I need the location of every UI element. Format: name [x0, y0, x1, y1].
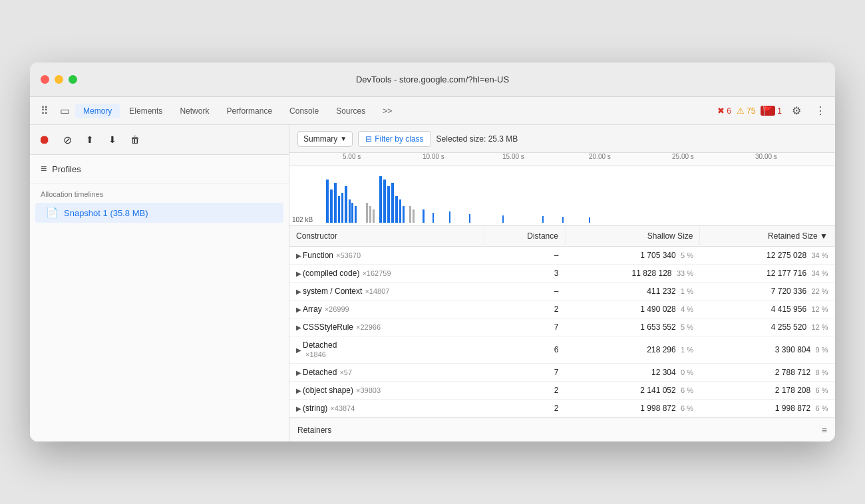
panel-toolbar: Summary ▼ ⊟ Filter by class Selected siz… — [289, 125, 835, 153]
expand-icon[interactable]: ▶ — [296, 324, 301, 331]
window-title: DevTools - store.google.com/?hl=en-US — [356, 74, 509, 84]
error-badge[interactable]: ✖ 6 — [717, 106, 731, 116]
record-button[interactable]: ⏺ — [35, 130, 54, 149]
expand-icon[interactable]: ▶ — [296, 252, 301, 259]
col-shallow[interactable]: Shallow Size — [565, 226, 700, 247]
grid-icon[interactable]: ⠿ — [35, 102, 54, 120]
shallow-pct: 5 % — [681, 323, 693, 331]
svg-rect-9 — [366, 203, 368, 223]
cell-retained: 3 390 804 9 % — [700, 336, 835, 364]
cell-constructor: ▶ (object shape) ×39803 — [289, 382, 484, 400]
cell-retained: 12 177 716 34 % — [700, 265, 835, 283]
svg-rect-24 — [469, 214, 470, 223]
svg-rect-21 — [423, 209, 425, 223]
cell-distance: 7 — [484, 364, 566, 382]
constructor-name: Function — [303, 251, 333, 260]
expand-icon[interactable]: ▶ — [296, 405, 301, 412]
load-button[interactable]: ⬆ — [81, 130, 99, 149]
cell-distance: 7 — [484, 318, 566, 336]
filter-button[interactable]: ⊟ Filter by class — [358, 131, 431, 147]
cell-retained: 7 720 336 22 % — [700, 283, 835, 301]
dropdown-icon: ▼ — [340, 135, 347, 142]
data-table-container[interactable]: Constructor Distance Shallow Size Retain… — [289, 226, 835, 418]
cell-shallow: 2 141 052 6 % — [565, 382, 700, 400]
retainers-menu-icon: ≡ — [822, 425, 827, 436]
table-row[interactable]: ▶ (string) ×43874 2 1 998 872 6 % 1 998 … — [289, 400, 835, 418]
cell-retained: 12 275 028 34 % — [700, 247, 835, 265]
close-button[interactable] — [41, 75, 49, 84]
svg-rect-18 — [403, 206, 405, 223]
svg-rect-28 — [589, 217, 590, 223]
tick-20s: 20.00 s — [589, 153, 611, 160]
snapshot-icon: 📄 — [46, 207, 59, 219]
expand-icon[interactable]: ▶ — [296, 387, 301, 394]
cell-shallow: 12 304 0 % — [565, 364, 700, 382]
summary-label: Summary — [303, 134, 337, 144]
snapshot-item[interactable]: 📄 Snapshot 1 (35.8 MB) — [35, 203, 283, 223]
tick-5s: 5.00 s — [343, 153, 361, 160]
expand-icon[interactable]: ▶ — [296, 306, 301, 313]
tab-performance[interactable]: Performance — [218, 104, 280, 118]
tick-30s: 30.00 s — [755, 153, 777, 160]
cell-retained: 2 788 712 8 % — [700, 364, 835, 382]
timeline-panel: 5.00 s 10.00 s 15.00 s 20.00 s 25.00 s 3… — [289, 153, 835, 226]
expand-icon[interactable]: ▶ — [296, 288, 301, 295]
more-tabs-button[interactable]: >> — [375, 104, 400, 118]
expand-icon[interactable]: ▶ — [296, 346, 301, 354]
table-row[interactable]: ▶ Function ×53670 – 1 705 340 5 % 12 275… — [289, 247, 835, 265]
warn-icon: ⚠ — [737, 106, 745, 116]
error-count: 6 — [727, 106, 731, 116]
save-button[interactable]: ⬇ — [103, 130, 122, 149]
cell-constructor: ▶ system / Context ×14807 — [289, 283, 484, 301]
collect-button[interactable]: 🗑 — [126, 130, 144, 149]
warn-count: 75 — [747, 106, 755, 116]
memory-actions: ⏺ ⊘ ⬆ ⬇ 🗑 — [30, 125, 289, 155]
table-row[interactable]: ▶ Detached ×57 7 12 304 0 % 2 788 712 8 … — [289, 364, 835, 382]
retained-pct: 22 % — [811, 287, 828, 295]
col-constructor[interactable]: Constructor — [289, 226, 484, 247]
cell-shallow: 1 998 872 6 % — [565, 400, 700, 418]
table-row[interactable]: ▶ (object shape) ×39803 2 2 141 052 6 % … — [289, 382, 835, 400]
tab-memory[interactable]: Memory — [75, 104, 120, 118]
tab-sources[interactable]: Sources — [328, 104, 373, 118]
constructor-name: system / Context — [303, 287, 362, 296]
error-icon: ✖ — [717, 106, 725, 116]
tab-network[interactable]: Network — [172, 104, 217, 118]
retained-pct: 9 % — [816, 346, 828, 354]
svg-rect-5 — [345, 186, 347, 223]
settings-button[interactable]: ⚙ — [787, 102, 806, 120]
expand-icon[interactable]: ▶ — [296, 369, 301, 376]
cell-constructor: ▶ Detached ×57 — [289, 364, 484, 382]
cell-shallow: 1 653 552 5 % — [565, 318, 700, 336]
svg-rect-22 — [432, 213, 434, 223]
tab-elements[interactable]: Elements — [121, 104, 170, 118]
table-row[interactable]: ▶ CSSStyleRule ×22966 7 1 653 552 5 % 4 … — [289, 318, 835, 336]
table-row[interactable]: ▶ (compiled code) ×162759 3 11 828 128 3… — [289, 265, 835, 283]
clear-button[interactable]: ⊘ — [58, 130, 77, 149]
table-row[interactable]: ▶ Detached ×1846 6 218 296 1 % 3 390 804… — [289, 336, 835, 364]
device-icon[interactable]: ▭ — [55, 102, 74, 120]
profiles-header: ≡ Profiles — [30, 155, 289, 184]
info-badge[interactable]: 🚩 1 — [761, 106, 782, 116]
warn-badge[interactable]: ⚠ 75 — [737, 106, 755, 116]
minimize-button[interactable] — [55, 75, 63, 84]
constructor-name: (compiled code) — [303, 269, 359, 278]
svg-rect-25 — [502, 215, 504, 223]
shallow-pct: 5 % — [681, 251, 693, 259]
summary-dropdown[interactable]: Summary ▼ — [297, 131, 353, 147]
tab-console[interactable]: Console — [281, 104, 327, 118]
maximize-button[interactable] — [69, 75, 77, 84]
expand-icon[interactable]: ▶ — [296, 270, 301, 277]
profiles-icon: ≡ — [41, 163, 47, 175]
col-distance[interactable]: Distance — [484, 226, 566, 247]
svg-rect-14 — [387, 186, 390, 223]
more-menu-button[interactable]: ⋮ — [811, 102, 830, 120]
timeline-chart[interactable]: 102 kB — [289, 166, 835, 226]
svg-rect-20 — [413, 209, 415, 223]
cell-shallow: 11 828 128 33 % — [565, 265, 700, 283]
svg-rect-11 — [373, 209, 375, 223]
table-row[interactable]: ▶ system / Context ×14807 – 411 232 1 % … — [289, 283, 835, 301]
info-count: 1 — [777, 106, 782, 116]
col-retained[interactable]: Retained Size ▼ — [700, 226, 835, 247]
table-row[interactable]: ▶ Array ×26999 2 1 490 028 4 % 4 415 956… — [289, 301, 835, 318]
